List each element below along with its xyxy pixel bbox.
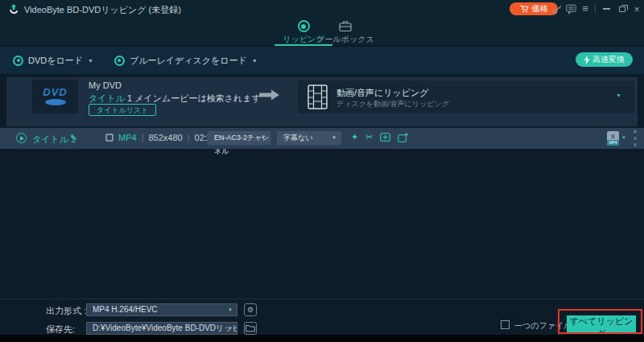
disc-title-summary: タイトル 1 メインムービーは検索されます [89, 93, 261, 105]
dvd-disc-shape [45, 99, 66, 105]
ripping-disc-icon [298, 20, 310, 32]
title-row: タイトル 1 ✎ MP4 | 852x480 | 02:28:00 EN-AC3… [0, 128, 644, 149]
minimize-icon [603, 8, 610, 10]
scroll-up-icon[interactable]: ∧ [633, 135, 637, 142]
media-resolution: 852x480 [148, 133, 182, 142]
header: VideoByte BD-DVDリッピング (未登録) 価格 [0, 0, 644, 46]
title-prefix: タイトル [89, 93, 125, 103]
bottom-black-bar [0, 335, 644, 342]
price-label: 価格 [532, 3, 548, 14]
maximize-icon [619, 6, 625, 12]
format-badge-dropdown-icon[interactable]: ▼ [621, 135, 626, 140]
titlebar-separator [595, 4, 596, 13]
subtitle-dropdown-icon: ▼ [332, 131, 336, 145]
media-format: MP4 [118, 133, 137, 142]
folder-icon [246, 324, 255, 332]
dvd-thumbnail: DVD [32, 80, 78, 113]
cart-icon [520, 5, 529, 13]
subtitle-track-value: 字幕ない [283, 134, 312, 142]
video-file-icon [105, 134, 114, 142]
rip-all-button[interactable]: すべてリッピング [567, 315, 636, 332]
dvd-disc-icon [13, 56, 23, 66]
save-path-label: 保存先: [46, 323, 75, 336]
compress-icon[interactable] [380, 133, 390, 142]
rip-mode-title: 動画/音声にリッピング [336, 87, 429, 99]
title-list-button[interactable]: タイトルリスト [89, 104, 156, 116]
disc-info-card: DVD My DVD タイトル 1 メインムービーは検索されます タイトルリスト [6, 77, 638, 126]
maximize-button[interactable] [616, 2, 629, 15]
dvd-logo: DVD [43, 88, 67, 97]
toolbox-icon [339, 20, 352, 32]
enhance-icon[interactable] [398, 133, 408, 142]
app-window: VideoByte BD-DVDリッピング (未登録) 価格 [0, 0, 644, 342]
scroll-down-icon[interactable]: ∨ [633, 142, 637, 148]
save-path-select[interactable]: D:¥VideoByte¥VideoByte BD-DVDリッピング¥Rippe… [86, 322, 237, 335]
list-controls: ✕ ∧ ∨ [633, 129, 638, 148]
title-info: 1 メインムービーは検索されます [127, 93, 261, 103]
output-format-select[interactable]: MP4 H.264/HEVC ▼ [86, 303, 237, 316]
subtitle-track-select[interactable]: 字幕ない ▼ [277, 131, 341, 145]
profile-settings-button[interactable]: ⚙ [244, 303, 257, 316]
effect-icon[interactable]: ✦ [351, 132, 358, 142]
titlebar: VideoByte BD-DVDリッピング (未登録) 価格 [0, 0, 644, 18]
open-folder-button[interactable] [244, 322, 257, 335]
app-title: VideoByte BD-DVDリッピング (未登録) [24, 4, 181, 16]
fast-convert-button[interactable]: 高速変換 [576, 52, 633, 67]
load-bluray-button[interactable]: ブルーレイディスクをロード ▼ [114, 55, 258, 67]
register-key-icon[interactable] [551, 2, 564, 15]
fast-convert-label: 高速変換 [592, 54, 625, 65]
tab-toolbox-label: ツールボックス [316, 34, 374, 45]
load-bluray-dropdown-icon[interactable]: ▼ [252, 58, 258, 64]
format-badge-label: MP4 [607, 140, 619, 146]
film-strip-icon [308, 84, 328, 109]
remove-title-icon[interactable]: ✕ [633, 129, 638, 135]
save-path-dropdown-icon: ▼ [228, 323, 233, 334]
rip-mode-panel[interactable]: 動画/音声にリッピング ディスクを動画/音声にリッピング ▼ [298, 80, 634, 113]
load-dvd-label: DVDをロード [28, 55, 83, 67]
load-toolbar: DVDをロード ▼ ブルーレイディスクをロード ▼ 高速変換 [0, 47, 644, 74]
minimize-button[interactable] [600, 2, 613, 15]
load-bluray-label: ブルーレイディスクをロード [130, 55, 247, 67]
bluray-disc-icon [114, 56, 125, 66]
bottom-separator [0, 299, 644, 299]
output-format-label: 出力形式 : [46, 305, 86, 317]
disc-name: My DVD [89, 80, 122, 90]
gear-icon: ⚙ [247, 304, 254, 315]
close-button[interactable]: × [630, 2, 643, 15]
cut-icon[interactable]: ✂ [365, 132, 373, 142]
output-format-value: MP4 H.264/HEVC [93, 305, 158, 314]
rename-icon[interactable]: ✎ [70, 133, 77, 143]
audio-dropdown-icon: ▼ [261, 131, 266, 145]
output-format-dropdown-icon: ▼ [228, 304, 233, 315]
feedback-icon[interactable] [564, 2, 577, 15]
menu-icon[interactable]: ≡ [579, 2, 592, 15]
load-dvd-dropdown-icon[interactable]: ▼ [88, 58, 93, 64]
play-preview-icon[interactable] [16, 133, 27, 143]
output-format-badge[interactable]: B MP4 [607, 131, 619, 146]
tab-toolbox[interactable]: ツールボックス [320, 20, 370, 46]
rip-mode-subtitle: ディスクを動画/音声にリッピング [336, 99, 449, 109]
load-dvd-button[interactable]: DVDをロード ▼ [13, 55, 93, 67]
format-badge-letter: B [611, 133, 615, 140]
save-path-value: D:¥VideoByte¥VideoByte BD-DVDリッピング¥Rippe… [93, 323, 237, 332]
flow-arrow-icon [259, 89, 280, 101]
separator: | [188, 133, 190, 142]
edit-tools: ✦ ✂ [351, 132, 408, 142]
audio-track-select[interactable]: EN-AC3-2チャンネル ▼ [208, 131, 270, 145]
app-logo-icon [7, 2, 20, 15]
lightning-icon [584, 56, 590, 64]
separator: | [142, 133, 144, 142]
merge-checkbox[interactable] [501, 320, 510, 329]
rip-mode-dropdown-icon[interactable]: ▼ [616, 93, 621, 98]
active-tab-underline [275, 44, 332, 46]
